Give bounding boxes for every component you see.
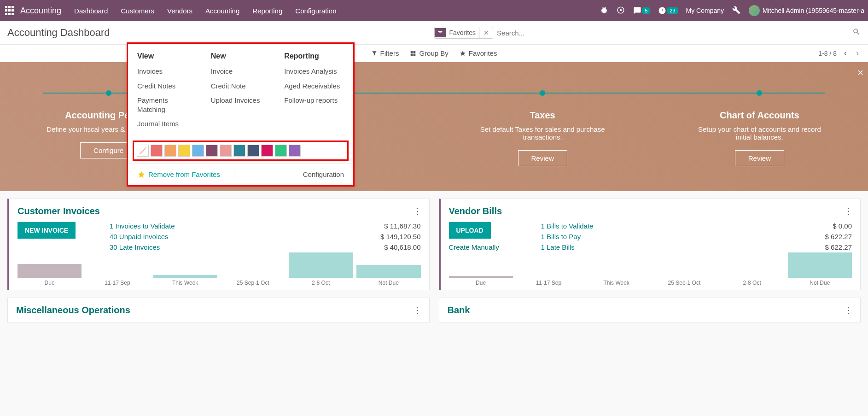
user-menu[interactable]: Mitchell Admin (19559645-master-a (749, 5, 864, 16)
stat-label[interactable]: 1 Bills to Validate (541, 222, 594, 230)
activities-badge: 23 (667, 7, 677, 14)
card-misc-operations: Miscellaneous Operations ⋮ (7, 298, 430, 322)
color-swatch[interactable] (137, 145, 149, 157)
star-icon (137, 170, 146, 179)
popup-link-journal-items[interactable]: Journal Items (137, 119, 197, 129)
journal-popup: View Invoices Credit Notes Payments Matc… (127, 42, 355, 187)
hero-desc: Set default Taxes for sales and purchase… (473, 125, 612, 141)
stat-value: $ 622.27 (825, 243, 852, 251)
popup-link-upload-invoices[interactable]: Upload Invoices (211, 96, 271, 105)
groupby-button[interactable]: Group By (410, 49, 448, 57)
chart-bar: 25 Sep-1 Oct (652, 278, 716, 286)
stat-label[interactable]: 1 Invoices to Validate (110, 222, 175, 230)
create-manually-link[interactable]: Create Manually (449, 243, 541, 251)
chart-bar: Not Due (788, 252, 852, 286)
bug-icon[interactable] (600, 6, 608, 16)
tools-icon[interactable] (732, 6, 740, 16)
filters-button[interactable]: Filters (371, 49, 399, 57)
page-title: Accounting Dashboard (7, 27, 434, 39)
stat-value: $ 622.27 (825, 233, 852, 240)
pager-next-icon[interactable]: › (854, 48, 861, 58)
popup-link-payments-matching[interactable]: Payments Matching (137, 96, 197, 114)
control-row: Accounting Dashboard Favorites ✕ (0, 21, 868, 45)
popup-link-followup-reports[interactable]: Follow-up reports (284, 96, 344, 105)
popup-link-new-invoice[interactable]: Invoice (211, 67, 271, 76)
card-title[interactable]: Miscellaneous Operations (16, 305, 130, 316)
chip-remove-icon[interactable]: ✕ (479, 27, 493, 38)
color-swatch[interactable] (247, 145, 259, 157)
user-name: Mitchell Admin (19559645-master-a (763, 7, 864, 14)
color-swatch[interactable] (261, 145, 273, 157)
menu-accounting[interactable]: Accounting (205, 7, 239, 15)
chip-label: Favorites (446, 27, 480, 38)
card-title[interactable]: Vendor Bills (449, 206, 502, 217)
app-brand[interactable]: Accounting (20, 6, 61, 16)
hero-desc: Setup your chart of accounts and record … (690, 125, 828, 141)
pager-text: 1-8 / 8 (818, 50, 837, 57)
color-swatch[interactable] (206, 145, 218, 157)
chart-bar: This Week (153, 275, 217, 286)
kebab-icon[interactable]: ⋮ (844, 205, 852, 217)
menu-dashboard[interactable]: Dashboard (74, 7, 108, 15)
menu-reporting[interactable]: Reporting (252, 7, 282, 15)
popup-heading-new: New (211, 52, 271, 60)
hero-step-taxes: Taxes Set default Taxes for sales and pu… (434, 62, 651, 191)
popup-link-invoices[interactable]: Invoices (137, 67, 197, 76)
menu-configuration[interactable]: Configuration (295, 7, 336, 15)
color-swatch[interactable] (275, 145, 287, 157)
card-title[interactable]: Customer Invoices (17, 206, 100, 217)
search-icon[interactable] (852, 28, 861, 38)
menu-vendors[interactable]: Vendors (167, 7, 192, 15)
remove-favorite-button[interactable]: Remove from Favorites (137, 170, 234, 179)
popup-link-invoices-analysis[interactable]: Invoices Analysis (284, 67, 344, 76)
popup-link-new-credit-note[interactable]: Credit Note (211, 82, 271, 91)
review-button[interactable]: Review (518, 150, 567, 166)
card-title[interactable]: Bank (448, 305, 470, 316)
color-swatch[interactable] (151, 145, 163, 157)
activities-icon[interactable]: 23 (658, 6, 677, 15)
kebab-icon[interactable]: ⋮ (413, 205, 421, 217)
upload-button[interactable]: UPLOAD (449, 222, 491, 239)
stat-value: $ 11,687.30 (384, 222, 420, 230)
chart-bar: 11-17 Sep (517, 278, 581, 286)
menu-customers[interactable]: Customers (121, 7, 154, 15)
support-icon[interactable] (617, 6, 625, 16)
chart-bar: 25 Sep-1 Oct (221, 278, 285, 286)
popup-link-credit-notes[interactable]: Credit Notes (137, 82, 197, 91)
color-swatch[interactable] (233, 145, 245, 157)
chart-bar: Not Due (356, 265, 420, 286)
popup-link-aged-receivables[interactable]: Aged Receivables (284, 82, 344, 91)
kebab-icon[interactable]: ⋮ (844, 305, 852, 316)
color-swatch[interactable] (289, 145, 301, 157)
search-input[interactable] (497, 29, 852, 37)
stat-label[interactable]: 1 Bills to Pay (541, 233, 581, 240)
popup-configuration-link[interactable]: Configuration (234, 170, 344, 178)
avatar (749, 5, 760, 16)
messaging-icon[interactable]: 5 (633, 6, 650, 15)
pager-prev-icon[interactable]: ‹ (842, 48, 849, 58)
favorites-button[interactable]: Favorites (460, 49, 497, 57)
filter-chip-favorites: Favorites ✕ (434, 27, 494, 39)
popup-heading-view: View (137, 52, 197, 60)
stat-label[interactable]: 1 Late Bills (541, 243, 575, 251)
messaging-badge: 5 (642, 7, 650, 14)
color-swatch[interactable] (192, 145, 204, 157)
color-swatch[interactable] (164, 145, 176, 157)
main-menu: Dashboard Customers Vendors Accounting R… (74, 7, 600, 15)
hero-title: Taxes (443, 110, 642, 121)
card-customer-invoices: Customer Invoices ⋮ NEW INVOICE 1 Invoic… (7, 199, 430, 290)
funnel-icon (435, 28, 446, 37)
apps-icon[interactable] (4, 5, 16, 17)
kebab-icon[interactable]: ⋮ (413, 305, 421, 316)
company-selector[interactable]: My Company (686, 7, 724, 14)
stat-label[interactable]: 40 Unpaid Invoices (110, 233, 169, 240)
new-invoice-button[interactable]: NEW INVOICE (17, 222, 76, 239)
color-swatch[interactable] (178, 145, 190, 157)
color-swatch[interactable] (220, 145, 232, 157)
chart-bar: This Week (584, 278, 648, 286)
hero-step-coa: Chart of Accounts Setup your chart of ac… (651, 62, 868, 191)
review-button[interactable]: Review (735, 150, 784, 166)
stat-value: $ 149,120.50 (380, 233, 421, 240)
stat-label[interactable]: 30 Late Invoices (110, 243, 160, 251)
stat-value: $ 0.00 (833, 222, 852, 230)
